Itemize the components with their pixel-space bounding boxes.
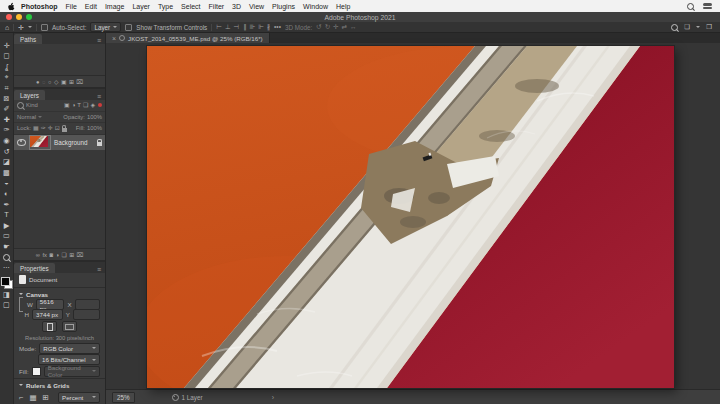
orbit-3d-icon[interactable]: ↺ <box>316 24 321 31</box>
tab-paths[interactable]: Paths <box>14 34 42 44</box>
layer-row-background[interactable]: Background <box>14 135 105 150</box>
layer-effects-icon[interactable]: fx <box>42 252 47 258</box>
object-selection-tool[interactable]: ⌖ <box>0 72 13 83</box>
units-dropdown[interactable]: Percent <box>58 392 100 403</box>
menu-item-filter[interactable]: Filter <box>205 3 229 10</box>
window-title-bar[interactable]: Adobe Photoshop 2021 <box>0 12 720 22</box>
align-right-icon[interactable]: ⊣ <box>234 24 240 31</box>
align-center-icon[interactable]: ⊥ <box>225 24 231 31</box>
current-path-icon[interactable]: ▣ <box>61 79 66 85</box>
close-window-button[interactable] <box>6 14 12 20</box>
collapse-rulers-icon[interactable] <box>19 384 23 386</box>
menu-item-layer[interactable]: Layer <box>128 3 154 10</box>
align-left-icon[interactable]: ⊢ <box>216 24 222 31</box>
menu-item-image[interactable]: Image <box>101 3 128 10</box>
menu-item-window[interactable]: Window <box>299 3 332 10</box>
panel-menu-icon[interactable]: ≡ <box>93 266 105 273</box>
show-transform-checkbox[interactable] <box>125 24 132 31</box>
landscape-orientation-button[interactable] <box>62 321 77 332</box>
menu-item-view[interactable]: View <box>245 3 268 10</box>
blur-tool[interactable]: ◒ <box>0 178 13 189</box>
distribute-spacing-icon[interactable]: ∦ <box>267 24 270 31</box>
document-tab[interactable]: × JKOST_2014_05539_ME.psd @ 25% (RGB/16*… <box>106 33 270 43</box>
roll-3d-icon[interactable]: ↻ <box>325 24 330 31</box>
canvas-viewport[interactable] <box>106 43 720 389</box>
move-tool[interactable]: ✛ <box>0 40 13 51</box>
menu-item-type[interactable]: Type <box>154 3 177 10</box>
zoom-window-button[interactable] <box>26 14 32 20</box>
apple-icon[interactable] <box>8 2 15 11</box>
type-tool[interactable]: T <box>0 210 13 221</box>
selection-from-path-icon[interactable]: ○ <box>48 79 52 85</box>
menu-item-edit[interactable]: Edit <box>81 3 101 10</box>
minimize-window-button[interactable] <box>16 14 22 20</box>
collapse-canvas-icon[interactable] <box>19 293 23 295</box>
height-field[interactable]: 3744 px <box>32 309 63 320</box>
crop-tool[interactable]: ⌗ <box>0 82 13 93</box>
paths-list[interactable] <box>14 44 105 75</box>
fill-path-icon[interactable]: ● <box>36 79 40 85</box>
gradient-tool[interactable]: ▩ <box>0 167 13 178</box>
status-expand-icon[interactable]: › <box>272 394 274 401</box>
quick-mask-button[interactable]: ◨ <box>0 289 13 300</box>
search-icon[interactable] <box>687 3 694 10</box>
adjustment-layer-icon[interactable]: ◑ <box>55 252 59 258</box>
panel-menu-icon[interactable]: ≡ <box>93 37 105 44</box>
history-brush-tool[interactable]: ↺ <box>0 146 13 157</box>
fill-color-swatch[interactable] <box>32 367 41 376</box>
eyedropper-tool[interactable]: ✐ <box>0 104 13 115</box>
menu-item-file[interactable]: File <box>62 3 81 10</box>
layer-mask-icon[interactable]: ◙ <box>49 252 53 258</box>
eye-icon[interactable] <box>17 139 26 146</box>
edit-toolbar-button[interactable]: ⋯ <box>0 262 13 273</box>
filter-toggle-icon[interactable] <box>98 103 102 107</box>
color-swatches[interactable] <box>1 277 13 289</box>
menu-item-photoshop[interactable]: Photoshop <box>15 3 62 10</box>
shape-tool[interactable]: ▭ <box>0 231 13 242</box>
blend-mode-dropdown[interactable]: Normal <box>17 114 36 120</box>
panel-menu-icon[interactable]: ≡ <box>93 93 105 100</box>
arrange-documents-icon[interactable]: ❐ <box>706 24 712 31</box>
guides-icon[interactable]: ⊞ <box>42 393 48 402</box>
layer-thumbnail[interactable] <box>29 135 51 150</box>
healing-brush-tool[interactable]: ✚ <box>0 114 13 125</box>
shape-filter-icon[interactable]: ❏ <box>83 102 88 108</box>
clone-stamp-tool[interactable]: ◉ <box>0 135 13 146</box>
close-tab-icon[interactable]: × <box>112 35 116 42</box>
tab-layers[interactable]: Layers <box>14 90 45 100</box>
distribute-center-icon[interactable]: ⊪ <box>250 24 256 31</box>
pen-tool[interactable]: ✒ <box>0 199 13 210</box>
scale-3d-icon[interactable]: ↔ <box>350 24 357 31</box>
foreground-color-swatch[interactable] <box>1 277 10 286</box>
brush-tool[interactable]: ✑ <box>0 125 13 136</box>
portrait-orientation-button[interactable] <box>42 321 57 332</box>
frame-tool[interactable]: ⊠ <box>0 93 13 104</box>
lock-artboard-icon[interactable]: ⊡ <box>55 125 60 131</box>
lasso-tool[interactable]: ʆ <box>0 61 13 72</box>
grid-icon[interactable]: ▦ <box>29 393 36 402</box>
fill-value[interactable]: 100% <box>87 125 102 131</box>
mask-from-path-icon[interactable]: ◇ <box>54 79 58 85</box>
control-center-icon[interactable] <box>703 3 712 10</box>
screen-mode-button[interactable]: ▢ <box>0 300 13 311</box>
menu-item-select[interactable]: Select <box>177 3 204 10</box>
path-selection-tool[interactable]: ▶ <box>0 220 13 231</box>
filter-search-icon[interactable] <box>17 102 24 109</box>
more-align-options-button[interactable]: ••• <box>274 24 281 31</box>
layer-group-icon[interactable]: ❏ <box>61 252 66 258</box>
slide-3d-icon[interactable]: ⇄ <box>342 24 347 31</box>
link-layers-icon[interactable]: ∞ <box>36 252 40 258</box>
pixel-filter-icon[interactable]: ▣ <box>64 102 70 108</box>
smart-object-filter-icon[interactable]: ◈ <box>90 102 95 108</box>
color-mode-dropdown[interactable]: RGB Color <box>39 343 100 354</box>
marquee-tool[interactable]: ◻ <box>0 51 13 62</box>
delete-path-icon[interactable]: ⌧ <box>76 79 83 85</box>
drag-3d-icon[interactable]: ✛ <box>333 24 338 31</box>
new-layer-icon[interactable]: ⊞ <box>69 252 74 258</box>
type-filter-icon[interactable]: T <box>77 102 81 108</box>
tab-properties[interactable]: Properties <box>14 263 55 273</box>
zoom-level-field[interactable]: 25% <box>112 392 135 403</box>
workspace-icon[interactable]: ❏ <box>684 24 690 31</box>
lock-position-icon[interactable]: ✛ <box>48 125 53 131</box>
eraser-tool[interactable]: ◪ <box>0 157 13 168</box>
